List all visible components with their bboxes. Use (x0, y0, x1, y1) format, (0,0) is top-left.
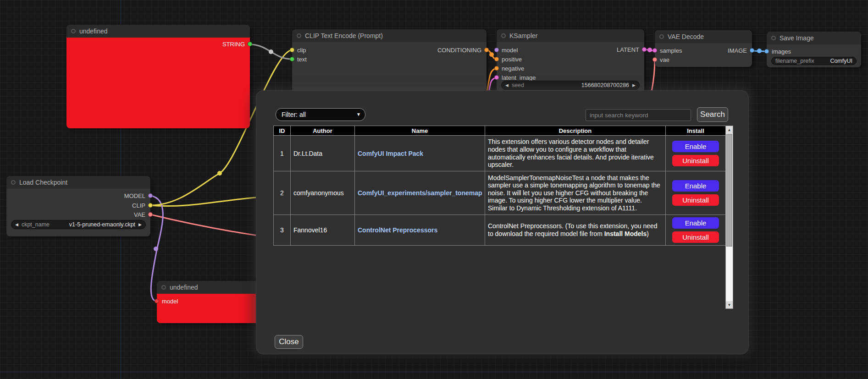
input-slot-negative[interactable]: negative (494, 65, 524, 71)
input-slot-model[interactable]: model (494, 47, 518, 53)
arrow-right-icon[interactable]: ▶ (632, 83, 636, 88)
input-slot-images[interactable]: images (764, 48, 791, 55)
slot-dot-icon[interactable] (148, 203, 153, 208)
search-button[interactable]: Search (697, 107, 728, 122)
arrow-left-icon[interactable]: ◀ (505, 83, 509, 88)
seed-widget[interactable]: ◀ seed 156680208700286 ▶ (501, 81, 640, 90)
slot-dot-icon[interactable] (494, 48, 499, 52)
uninstall-button[interactable]: Uninstall (672, 194, 719, 206)
collapse-dot-icon[interactable] (11, 180, 16, 185)
scrollbar-thumb[interactable] (726, 134, 732, 247)
collapse-dot-icon[interactable] (71, 29, 76, 33)
search-input[interactable] (586, 109, 691, 121)
slot-dot-icon[interactable] (494, 57, 499, 61)
extension-link[interactable]: ComfyUI Impact Pack (358, 150, 423, 157)
extension-table: ID Author Name Description Install 1 Dr.… (273, 126, 726, 246)
enable-button[interactable]: Enable (672, 141, 719, 152)
scroll-up-icon[interactable]: ▲ (726, 126, 733, 133)
widget-value: ComfyUI (830, 58, 852, 64)
slot-dot-icon[interactable] (652, 57, 657, 62)
input-slot-model[interactable]: model (155, 298, 178, 304)
node-load-checkpoint[interactable]: Load Checkpoint MODEL CLIP VAE ◀ ckpt_na… (6, 176, 150, 236)
node-undefined-top[interactable]: undefined STRING (66, 25, 250, 128)
node-body (66, 38, 250, 128)
node-header[interactable]: Load Checkpoint (6, 176, 150, 189)
collapse-dot-icon[interactable] (161, 285, 166, 290)
slot-dot-icon[interactable] (642, 47, 647, 52)
output-slot-conditioning[interactable]: CONDITIONING (437, 47, 489, 53)
slot-dot-icon[interactable] (148, 212, 153, 217)
node-vae-decode[interactable]: VAE Decode samples vae IMAGE (655, 30, 752, 67)
node-ksampler[interactable]: KSampler model positive negative latent_… (497, 29, 644, 98)
slot-dot-icon[interactable] (652, 48, 657, 53)
enable-button[interactable]: Enable (672, 180, 719, 192)
col-header-id: ID (274, 126, 291, 136)
link-dot (269, 49, 273, 54)
collapse-dot-icon[interactable] (659, 34, 664, 39)
node-clip-text-encode[interactable]: CLIP Text Encode (Prompt) clip text COND… (292, 29, 487, 98)
filename-prefix-widget[interactable]: filename_prefix ComfyUI (771, 57, 857, 65)
slot-dot-icon[interactable] (494, 66, 499, 71)
output-slot-latent[interactable]: LATENT (617, 46, 647, 53)
arrow-right-icon[interactable]: ▶ (138, 222, 142, 227)
arrow-left-icon[interactable]: ◀ (15, 222, 18, 227)
cell-description: ModelSamplerTonemapNoiseTest a node that… (485, 171, 666, 215)
ckpt-name-widget[interactable]: ◀ ckpt_name v1-5-pruned-emaonly.ckpt ▶ (11, 220, 146, 229)
slot-dot-icon[interactable] (750, 48, 754, 53)
collapse-dot-icon[interactable] (501, 33, 506, 38)
table-row: 1 Dr.Lt.Data ComfyUI Impact Pack This ex… (274, 136, 726, 171)
cell-description: ControlNet Preprocessors. (To use this e… (485, 215, 666, 246)
node-title-text: Save Image (780, 34, 814, 42)
output-slot-string[interactable]: STRING (222, 41, 252, 47)
slot-label: IMAGE (728, 47, 747, 54)
enable-button[interactable]: Enable (672, 217, 719, 229)
slot-dot-icon[interactable] (494, 75, 499, 80)
node-save-image[interactable]: Save Image images filename_prefix ComfyU… (767, 32, 861, 67)
col-header-description: Description (485, 126, 666, 136)
widget-label: ckpt_name (22, 221, 50, 228)
input-slot-text[interactable]: text (290, 56, 307, 62)
input-slot-samples[interactable]: samples (652, 47, 682, 54)
output-slot-image[interactable]: IMAGE (728, 47, 754, 54)
node-header[interactable]: KSampler (497, 29, 644, 42)
scroll-down-icon[interactable]: ▼ (726, 301, 733, 308)
output-slot-model[interactable]: MODEL (124, 192, 153, 199)
node-header[interactable]: undefined (157, 281, 267, 294)
slot-dot-icon[interactable] (290, 48, 294, 52)
node-header[interactable]: CLIP Text Encode (Prompt) (292, 29, 487, 42)
extension-link[interactable]: ComfyUI_experiments/sampler_tonemap (358, 189, 482, 197)
input-slot-positive[interactable]: positive (494, 56, 522, 62)
node-canvas[interactable]: undefined STRING CLIP Text Encode (Promp… (0, 0, 868, 379)
node-header[interactable]: undefined (66, 25, 250, 38)
widget-label: seed (512, 82, 524, 88)
collapse-dot-icon[interactable] (771, 36, 776, 40)
close-button[interactable]: Close (275, 335, 303, 349)
input-slot-clip[interactable]: clip (290, 47, 306, 53)
slot-dot-icon[interactable] (155, 299, 159, 303)
filter-select-wrap: Filter: all ▼ (276, 108, 365, 121)
slot-dot-icon[interactable] (290, 57, 294, 61)
filter-select[interactable]: Filter: all (276, 108, 365, 121)
uninstall-button[interactable]: Uninstall (672, 231, 719, 243)
extension-link[interactable]: ControlNet Preprocessors (358, 226, 437, 234)
cell-name: ComfyUI_experiments/sampler_tonemap (355, 171, 485, 215)
uninstall-button[interactable]: Uninstall (672, 155, 719, 166)
node-undefined-bottom[interactable]: undefined model (157, 281, 267, 323)
output-slot-vae[interactable]: VAE (134, 211, 153, 218)
collapse-dot-icon[interactable] (297, 33, 301, 38)
table-scrollbar[interactable]: ▲ ▼ (725, 126, 733, 309)
slot-label: vae (660, 56, 669, 63)
slot-dot-icon[interactable] (148, 193, 153, 198)
node-title-text: undefined (79, 27, 108, 35)
output-slot-clip[interactable]: CLIP (132, 202, 153, 209)
input-slot-vae[interactable]: vae (652, 56, 669, 63)
slot-dot-icon[interactable] (764, 49, 769, 54)
slot-dot-icon[interactable] (248, 42, 252, 46)
slot-dot-icon[interactable] (484, 48, 489, 52)
slot-label: STRING (222, 41, 245, 48)
node-header[interactable]: Save Image (767, 32, 861, 44)
slot-label: model (162, 298, 178, 305)
node-header[interactable]: VAE Decode (655, 30, 752, 43)
input-slot-latent-image[interactable]: latent_image (494, 74, 536, 81)
cell-id: 2 (274, 171, 291, 215)
